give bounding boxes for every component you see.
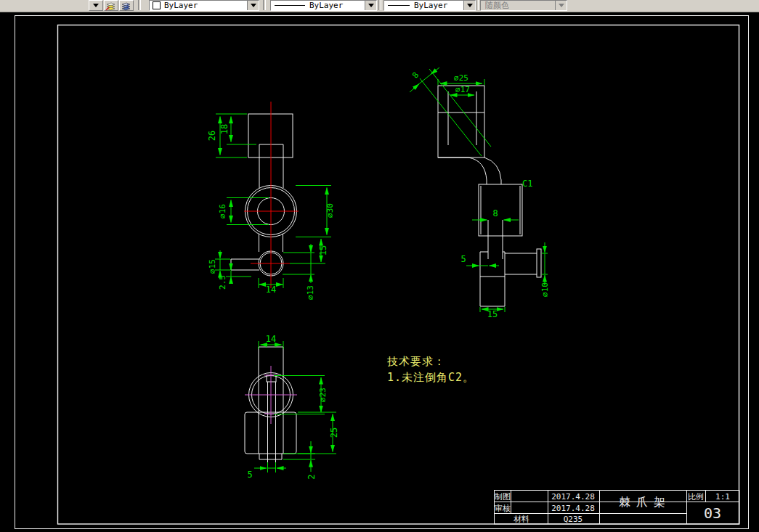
front-view: 26 18 ∅16 ∅30 ∅15 2.5 14 bbox=[207, 102, 335, 300]
dia-25: ∅25 bbox=[454, 73, 468, 83]
drawn-label: 制图 bbox=[495, 492, 511, 502]
part-name: 棘爪架 bbox=[619, 495, 671, 509]
bottom-dimensions: 14 ∅23 25 5 2 bbox=[247, 334, 339, 480]
dim-15: 15 bbox=[318, 245, 328, 255]
dim-2-5: 2.5 bbox=[218, 275, 227, 290]
dim-25: 25 bbox=[329, 427, 339, 438]
tech-req-heading: 技术要求： bbox=[387, 355, 445, 368]
sheet-inner-frame bbox=[58, 25, 739, 525]
dim-8-incline: 8 bbox=[410, 70, 421, 80]
model-space-canvas[interactable]: 26 18 ∅16 ∅30 ∅15 2.5 14 bbox=[0, 0, 759, 532]
dim-15: 15 bbox=[487, 309, 498, 319]
drawing-number: 03 bbox=[704, 504, 721, 522]
dia-13: ∅13 bbox=[306, 285, 315, 300]
dia-15: ∅15 bbox=[208, 259, 217, 274]
dia-10: ∅10 bbox=[540, 282, 550, 297]
checked-label: 审核 bbox=[495, 504, 511, 513]
cad-window: ByLayer ByLayer ByLayer 随颜色 bbox=[0, 0, 759, 532]
dia-17: ∅17 bbox=[455, 85, 470, 94]
dim-5: 5 bbox=[460, 254, 466, 264]
material-value: Q235 bbox=[564, 515, 583, 524]
scale-label: 比例 bbox=[688, 492, 704, 502]
dim-8-slot: 8 bbox=[492, 208, 498, 218]
dim-26: 26 bbox=[207, 131, 217, 141]
title-block: 制图 审核 2017.4.28 2017.4.28 材料 Q235 棘爪架 比例… bbox=[495, 491, 740, 525]
scale-value: 1:1 bbox=[715, 492, 730, 502]
material-label: 材料 bbox=[514, 515, 529, 524]
dia-30: ∅30 bbox=[325, 203, 335, 218]
bottom-view: 14 ∅23 25 5 2 bbox=[245, 334, 339, 480]
dim-5: 5 bbox=[247, 470, 252, 480]
technical-requirements: 技术要求： 1.未注倒角C2。 bbox=[387, 355, 474, 384]
tech-req-item: 1.未注倒角C2。 bbox=[387, 371, 474, 384]
dia-23: ∅23 bbox=[318, 388, 328, 402]
sheet-outer-frame bbox=[15, 16, 749, 529]
dim-14: 14 bbox=[266, 285, 276, 295]
dim-2: 2 bbox=[307, 474, 317, 479]
side-view: 8 ∅25 ∅17 C1 8 5 15 ∅ bbox=[410, 67, 550, 319]
checked-date: 2017.4.28 bbox=[551, 504, 595, 513]
dim-18: 18 bbox=[219, 124, 230, 134]
chamfer-note: C1 bbox=[522, 179, 532, 189]
dim-14: 14 bbox=[266, 334, 276, 344]
dia-16: ∅16 bbox=[218, 204, 227, 218]
drawn-date: 2017.4.28 bbox=[551, 492, 595, 502]
